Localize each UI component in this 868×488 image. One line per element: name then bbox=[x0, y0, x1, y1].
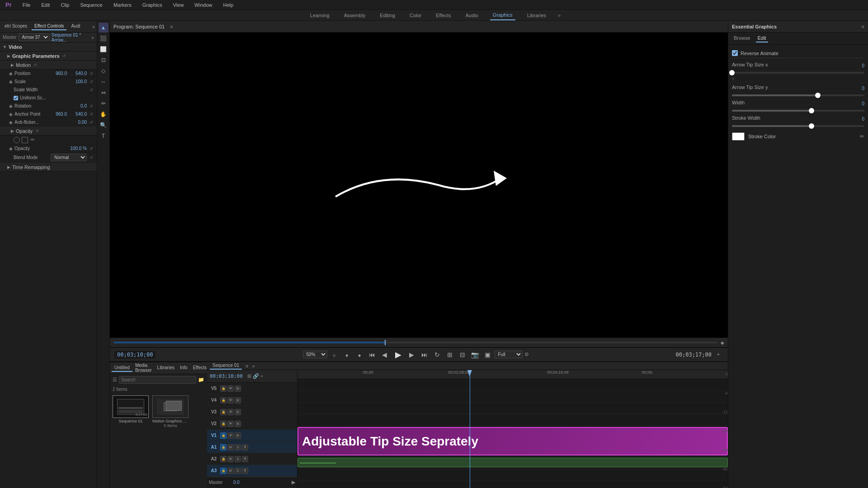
a1-m-icon[interactable]: M bbox=[227, 444, 234, 450]
tab-info[interactable]: Info bbox=[177, 364, 190, 372]
anchor-y-value[interactable]: 540.0 bbox=[69, 112, 87, 117]
tab-project-untitled[interactable]: Untitled bbox=[112, 364, 132, 372]
add-track-icon[interactable]: + bbox=[260, 373, 263, 379]
timeline-timecode[interactable]: 00;03;10;00 bbox=[210, 373, 243, 379]
anchor-x-value[interactable]: 960.0 bbox=[49, 112, 67, 117]
v2-sync-icon[interactable]: ⊞ bbox=[235, 421, 241, 427]
menu-file[interactable]: File bbox=[21, 1, 33, 9]
tab-libraries[interactable]: Libraries bbox=[155, 364, 177, 372]
project-new-bin-icon[interactable]: 📁 bbox=[198, 377, 204, 383]
ripple-edit-tool[interactable]: ⬜ bbox=[99, 44, 108, 54]
v4-eye-icon[interactable]: 👁 bbox=[227, 397, 234, 404]
menu-view[interactable]: View bbox=[171, 1, 186, 9]
a2-vol-icon[interactable]: 🎙 bbox=[242, 456, 248, 462]
list-item[interactable]: Motion Graphics Templa... 5 Items bbox=[151, 394, 189, 429]
graphic-params-reset[interactable]: ↺ bbox=[61, 53, 67, 59]
timeline-menu-icon[interactable]: ≡ bbox=[245, 363, 248, 369]
anti-flicker-value[interactable]: 0.00 bbox=[69, 120, 87, 125]
opacity-square-icon[interactable] bbox=[22, 137, 28, 143]
blend-mode-reset[interactable]: ↺ bbox=[89, 155, 94, 160]
v3-sync-icon[interactable]: ⊞ bbox=[235, 409, 241, 415]
master-select[interactable]: Arrow 37 bbox=[19, 33, 50, 41]
quality-select[interactable]: Full Half Quarter bbox=[495, 351, 523, 358]
insert-button[interactable]: ⊞ bbox=[445, 350, 455, 360]
width-thumb[interactable] bbox=[809, 108, 814, 113]
track-select-tool[interactable]: ⬛ bbox=[99, 33, 108, 43]
add-marker-button[interactable]: + bbox=[713, 350, 723, 360]
motion-section[interactable]: ▶ Motion ↺ bbox=[0, 61, 97, 70]
opacity-section[interactable]: ▶ Opacity ↺ bbox=[0, 127, 97, 136]
menu-sequence[interactable]: Sequence bbox=[78, 1, 104, 9]
blend-mode-select[interactable]: Normal Dissolve Darken Multiply bbox=[51, 154, 87, 161]
stroke-width-slider[interactable] bbox=[732, 125, 864, 127]
width-slider[interactable] bbox=[732, 110, 864, 112]
workspace-tab-editing[interactable]: Editing bbox=[377, 11, 398, 20]
position-y-value[interactable]: 540.0 bbox=[69, 71, 87, 76]
slide-tool[interactable]: ⇔ bbox=[99, 88, 108, 98]
overwrite-button[interactable]: ⊟ bbox=[458, 350, 467, 360]
eg-menu-icon[interactable]: ≡ bbox=[862, 24, 864, 29]
v1-sync-icon[interactable]: ⊞ bbox=[235, 432, 241, 439]
video-section[interactable]: ▼ Video bbox=[0, 42, 97, 52]
snap-icon[interactable]: ⊞ bbox=[247, 373, 251, 379]
v4-sync-icon[interactable]: ⊞ bbox=[235, 397, 241, 404]
stroke-color-swatch[interactable] bbox=[732, 132, 745, 141]
opacity-val-reset[interactable]: ↺ bbox=[89, 146, 94, 151]
main-clip[interactable]: Adjustable Tip Size Seprately bbox=[297, 427, 728, 455]
rotation-value[interactable]: 0.0 bbox=[69, 103, 87, 108]
tab-sequence01[interactable]: Sequence 01 bbox=[210, 362, 242, 370]
monitor-menu-icon[interactable]: ≡ bbox=[170, 24, 173, 29]
arrow-tip-x-slider[interactable] bbox=[732, 72, 864, 74]
workspace-tab-color[interactable]: Color bbox=[407, 11, 424, 20]
time-remapping-section[interactable]: ▶ Time Remapping bbox=[0, 163, 97, 172]
master-play-icon[interactable]: ▶ bbox=[292, 479, 295, 485]
a1-vol-icon[interactable]: 🎙 bbox=[242, 444, 248, 450]
menu-graphics[interactable]: Graphics bbox=[141, 1, 164, 9]
go-next-edit-button[interactable]: ⏭ bbox=[420, 350, 429, 360]
compare-button[interactable]: ▣ bbox=[483, 350, 493, 360]
antif-animate-icon[interactable]: ◉ bbox=[9, 120, 13, 125]
position-x-value[interactable]: 960.0 bbox=[49, 71, 67, 76]
workspace-tab-graphics[interactable]: Graphics bbox=[490, 10, 515, 20]
workspace-tab-effects[interactable]: Effects bbox=[433, 11, 453, 20]
a3-s-icon[interactable]: S bbox=[235, 468, 241, 474]
a2-s-icon[interactable]: S bbox=[235, 456, 241, 462]
workspace-tab-assembly[interactable]: Assembly bbox=[341, 11, 368, 20]
a2-lock-icon[interactable]: 🔒 bbox=[220, 456, 226, 462]
razor-tool[interactable]: ◇ bbox=[99, 66, 108, 76]
step-forward-button[interactable]: ▶ bbox=[407, 350, 417, 360]
a1-lock-icon[interactable]: 🔒 bbox=[220, 444, 226, 450]
play-button[interactable]: ▶ bbox=[392, 349, 404, 361]
rotation-animate-icon[interactable]: ◉ bbox=[9, 104, 13, 108]
reverse-animate-checkbox[interactable] bbox=[732, 50, 738, 56]
v4-lock-icon[interactable]: 🔒 bbox=[220, 397, 226, 404]
hand-tool[interactable]: ✋ bbox=[99, 109, 108, 119]
anchor-reset[interactable]: ↺ bbox=[89, 112, 94, 117]
scale-value[interactable]: 100.0 bbox=[69, 79, 87, 84]
tab-effect-controls[interactable]: Effect Controls bbox=[32, 23, 66, 30]
tab-browse[interactable]: Browse bbox=[732, 34, 752, 42]
opacity-circle-icon[interactable] bbox=[14, 137, 20, 143]
master-value[interactable]: 0.0 bbox=[233, 480, 240, 485]
arrow-tip-x-thumb[interactable] bbox=[729, 70, 735, 75]
antif-reset[interactable]: ↺ bbox=[89, 120, 94, 125]
progress-marker[interactable] bbox=[385, 340, 386, 345]
anchor-animate-icon[interactable]: ◉ bbox=[9, 112, 13, 117]
tab-edit[interactable]: Edit bbox=[756, 34, 768, 42]
arrow-tip-y-thumb[interactable] bbox=[815, 93, 821, 98]
go-prev-edit-button[interactable]: ⏮ bbox=[367, 350, 377, 360]
v2-lock-icon[interactable]: 🔒 bbox=[220, 421, 226, 427]
arrow-tip-x-value[interactable]: 0 bbox=[862, 63, 864, 68]
rolling-edit-tool[interactable]: ⊡ bbox=[99, 55, 108, 65]
panel-overflow-icon[interactable]: » bbox=[92, 24, 95, 29]
timeline-overflow-icon[interactable]: » bbox=[252, 363, 255, 369]
step-back-button[interactable]: ◀ bbox=[380, 350, 390, 360]
opacity-animate-icon[interactable]: ◉ bbox=[9, 146, 13, 151]
v3-lock-icon[interactable]: 🔒 bbox=[220, 409, 226, 415]
scale-reset[interactable]: ↺ bbox=[89, 79, 94, 84]
scale-animate-icon[interactable]: ◉ bbox=[9, 80, 13, 84]
a3-m-icon[interactable]: M bbox=[227, 468, 234, 474]
a2-m-icon[interactable]: M bbox=[227, 456, 234, 462]
menu-markers[interactable]: Markers bbox=[112, 1, 133, 9]
monitor-timecode-current[interactable]: 00;03;10;00 bbox=[114, 351, 156, 359]
